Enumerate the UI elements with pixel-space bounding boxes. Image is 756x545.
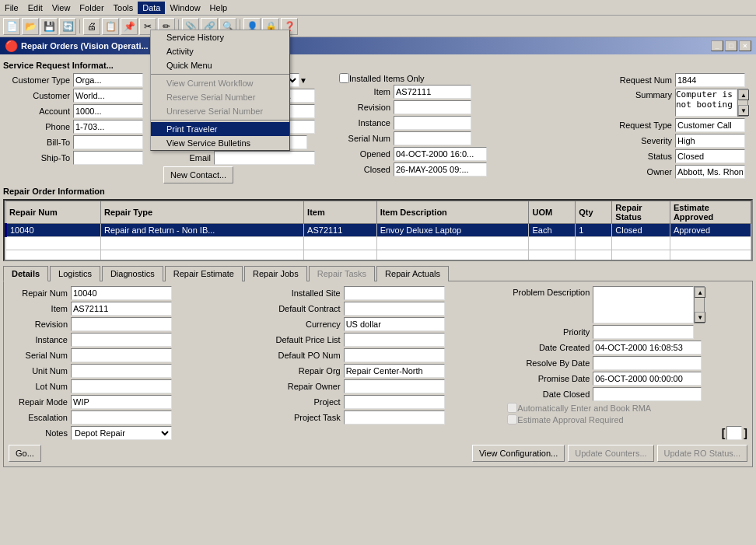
dropdown-sep2 [151, 120, 289, 121]
menu-activity[interactable]: Activity [151, 44, 289, 58]
menu-print-traveler[interactable]: Print Traveler [151, 122, 289, 136]
menu-reserve-serial: Reserve Serial Number [151, 90, 289, 104]
menu-unreserve-serial: Unreserve Serial Number [151, 104, 289, 118]
menu-quick-menu[interactable]: Quick Menu [151, 58, 289, 72]
menu-view-bulletins[interactable]: View Service Bulletins [151, 136, 289, 150]
data-dropdown-menu: Service History Activity Quick Menu View… [150, 30, 290, 151]
dropdown-sep1 [151, 74, 289, 75]
menu-service-history[interactable]: Service History [151, 30, 289, 44]
menu-view-workflow: View Current Workflow [151, 76, 289, 90]
